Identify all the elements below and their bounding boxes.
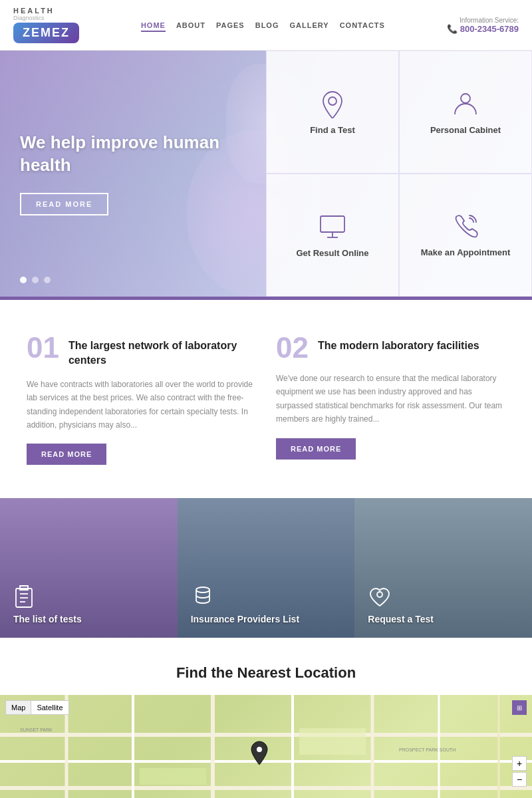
nav-home[interactable]: HOME	[141, 19, 166, 32]
svg-rect-2	[321, 216, 344, 232]
appointment-label: Make an Appointment	[421, 247, 511, 259]
clipboard-icon	[13, 585, 35, 608]
hero-section: We help improve human health READ MORE F…	[0, 51, 532, 297]
dot-2[interactable]	[32, 277, 39, 283]
svg-point-10	[377, 592, 382, 597]
zoom-out-button[interactable]: −	[512, 772, 527, 787]
zoom-in-button[interactable]: +	[512, 756, 527, 771]
svg-text:SUNSET PARK: SUNSET PARK	[20, 728, 53, 732]
nav-gallery[interactable]: GALLERY	[289, 19, 329, 32]
nav-about[interactable]: ABOUT	[176, 19, 205, 32]
strip-insurance[interactable]: Insurance Providers List	[178, 498, 355, 638]
strip-insurance-label: Insurance Providers List	[191, 614, 299, 624]
hero-content: We help improve human health READ MORE	[0, 51, 266, 297]
features-section: 01 The largest network of laboratory cen…	[0, 300, 532, 498]
strip-request-label: Request a Test	[368, 614, 434, 624]
hero-title: We help improve human health	[20, 132, 246, 177]
location-pin-icon	[318, 89, 347, 118]
logo-top: HEALTH	[13, 7, 79, 15]
logo-sub: Diagnostics	[13, 15, 79, 21]
strip-tests[interactable]: The list of tests	[0, 498, 178, 638]
image-strip: The list of tests Insurance Providers Li…	[0, 498, 532, 638]
info-label: Information Service:	[447, 17, 519, 24]
dot-1[interactable]	[20, 277, 27, 283]
map-view-btn[interactable]: Map	[6, 701, 31, 714]
phone-number: 800-2345-6789	[460, 24, 519, 34]
info-service: Information Service: 📞 800-2345-6789	[447, 17, 519, 34]
feature-2-text: We've done our research to ensure that t…	[276, 372, 505, 426]
feature-1-text: We have contracts with laboratories all …	[27, 378, 256, 432]
nav-blog[interactable]: BLOG	[255, 19, 279, 32]
nav-pages[interactable]: PAGES	[216, 19, 245, 32]
feature-1-read-more-button[interactable]: READ MORE	[27, 444, 106, 465]
svg-text:PROSPECT PARK SOUTH: PROSPECT PARK SOUTH	[399, 747, 456, 752]
strip-tests-label: The list of tests	[13, 614, 82, 624]
map-section: Find the Nearest Location SUNSET PARK	[0, 638, 532, 798]
heart-icon	[368, 587, 392, 608]
svg-rect-24	[299, 728, 366, 755]
dot-3[interactable]	[44, 277, 51, 283]
feature-2-read-more-button[interactable]: READ MORE	[276, 438, 356, 460]
map-expand-button[interactable]: ⊞	[512, 700, 527, 715]
map-type-selector: Map Satellite	[5, 700, 69, 715]
site-header: HEALTH Diagnostics ZEMEZ HOME ABOUT PAGE…	[0, 0, 532, 51]
logo-badge[interactable]: ZEMEZ	[13, 23, 79, 43]
personal-cabinet-label: Personal Cabinet	[430, 125, 501, 135]
feature-2: 02 The modern laboratory facilities We'v…	[276, 333, 505, 465]
logo-area: HEALTH Diagnostics ZEMEZ	[13, 7, 79, 43]
main-nav: HOME ABOUT PAGES BLOG GALLERY CONTACTS	[141, 19, 385, 32]
coins-icon	[191, 585, 215, 608]
svg-point-29	[257, 747, 262, 752]
map-title: Find the Nearest Location	[0, 664, 532, 682]
person-icon	[451, 89, 480, 118]
grid-find-test[interactable]: Find a Test	[266, 51, 399, 174]
grid-appointment[interactable]: Make an Appointment	[399, 174, 532, 297]
get-result-label: Get Result Online	[296, 248, 368, 258]
monitor-icon	[318, 212, 347, 241]
feature-2-title: The modern laboratory facilities	[318, 338, 479, 353]
grid-personal-cabinet[interactable]: Personal Cabinet	[399, 51, 532, 174]
hero-grid: Find a Test Personal Cabinet Get Result …	[266, 51, 532, 297]
map-container[interactable]: SUNSET PARK PROSPECT PARK SOUTH FLATBUSH…	[0, 695, 532, 798]
info-phone: 📞 800-2345-6789	[447, 24, 519, 34]
hero-dots	[20, 277, 51, 283]
feature-1-num: 01	[27, 333, 59, 362]
map-zoom-controls: + −	[512, 756, 527, 787]
svg-rect-23	[140, 768, 206, 785]
feature-2-num: 02	[276, 333, 309, 362]
find-test-label: Find a Test	[310, 125, 355, 135]
grid-get-result[interactable]: Get Result Online	[266, 174, 399, 297]
feature-1: 01 The largest network of laboratory cen…	[27, 333, 256, 465]
satellite-view-btn[interactable]: Satellite	[31, 701, 68, 714]
strip-request[interactable]: Request a Test	[354, 498, 532, 638]
nav-contacts[interactable]: CONTACTS	[340, 19, 385, 32]
feature-1-title: The largest network of laboratory center…	[68, 338, 256, 368]
svg-point-9	[196, 587, 209, 593]
phone-call-icon	[451, 211, 480, 241]
svg-point-1	[461, 94, 470, 103]
phone-icon: 📞	[447, 24, 458, 34]
hero-read-more-button[interactable]: READ MORE	[20, 193, 108, 215]
svg-point-0	[329, 97, 336, 105]
